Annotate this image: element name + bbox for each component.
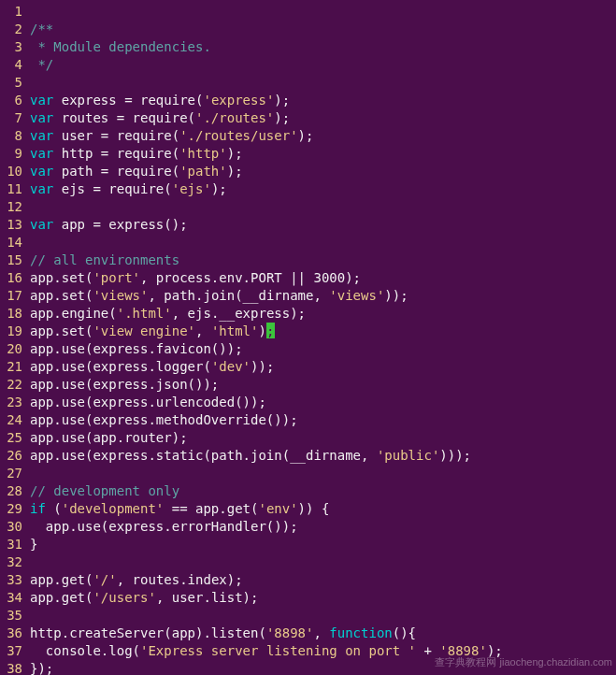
token-ident: ); xyxy=(274,93,290,108)
line-number: 21 xyxy=(0,358,22,376)
code-editor: 1234567891011121314151617181920212223242… xyxy=(0,0,616,675)
token-str: 'view engine' xyxy=(93,323,195,338)
code-line: app.use(express.urlencoded()); xyxy=(30,394,616,411)
token-ident: )) { xyxy=(298,501,330,516)
code-line: var ejs = require('ejs'); xyxy=(30,180,616,198)
line-number: 2 xyxy=(0,21,22,38)
code-line: app.set('view engine', 'html'); xyxy=(30,323,616,340)
line-number: 8 xyxy=(0,127,22,145)
token-str: 'html' xyxy=(211,323,259,338)
token-str: '/' xyxy=(93,572,116,587)
line-number: 36 xyxy=(0,625,22,642)
token-ident: (){ xyxy=(393,625,416,640)
token-comment: */ xyxy=(30,57,53,72)
code-line xyxy=(30,553,616,571)
code-line: app.set('port', process.env.PORT || 3000… xyxy=(30,269,616,287)
line-number: 29 xyxy=(0,500,22,518)
token-kw: var xyxy=(30,217,53,232)
token-cursor: ; xyxy=(266,323,275,338)
token-comment: // all environments xyxy=(30,252,179,267)
token-ident: ); xyxy=(345,270,361,285)
line-number: 26 xyxy=(0,447,22,465)
token-ident: ) xyxy=(258,323,265,338)
token-ident: app.get( xyxy=(30,572,93,587)
code-line: app.use(express.logger('dev')); xyxy=(30,358,616,376)
code-line: app.use(express.methodOverride()); xyxy=(30,411,616,429)
line-number: 37 xyxy=(0,642,22,660)
code-line: app.engine('.html', ejs.__express); xyxy=(30,305,616,323)
line-number: 18 xyxy=(0,305,22,323)
line-number: 1 xyxy=(0,3,22,21)
token-str: 'dev' xyxy=(211,359,251,374)
code-line: console.log('Express server listening on… xyxy=(30,642,616,660)
token-ident: , routes.index); xyxy=(117,572,243,587)
token-kw: if xyxy=(30,501,46,516)
line-number: 14 xyxy=(0,234,22,251)
code-line xyxy=(30,74,616,92)
token-str: 'development' xyxy=(62,501,165,516)
line-number: 5 xyxy=(0,74,22,92)
token-str: 'env' xyxy=(258,501,297,516)
token-ident: http.createServer(app).listen( xyxy=(30,625,266,640)
code-line xyxy=(30,234,616,251)
line-number: 34 xyxy=(0,589,22,607)
line-number: 7 xyxy=(0,109,22,127)
line-number: 3 xyxy=(0,38,22,56)
token-ident: app.set( xyxy=(30,288,93,303)
token-str: '.html' xyxy=(117,306,172,321)
token-ident: app.engine( xyxy=(30,306,117,321)
token-ident: , process.env.PORT || xyxy=(140,270,313,285)
token-kw: function xyxy=(329,625,392,640)
code-line: */ xyxy=(30,56,616,74)
code-line: // development only xyxy=(30,482,616,500)
line-number-gutter: 1234567891011121314151617181920212223242… xyxy=(0,3,30,675)
token-ident: ); xyxy=(211,181,227,196)
code-line: http.createServer(app).listen('8898', fu… xyxy=(30,625,616,642)
token-ident: } xyxy=(30,537,37,552)
line-number: 24 xyxy=(0,411,22,429)
code-line: app.set('views', path.join(__dirname, 'v… xyxy=(30,287,616,305)
token-ident: app.use(express.urlencoded()); xyxy=(30,395,266,409)
token-ident: console.log( xyxy=(30,643,140,658)
line-number: 17 xyxy=(0,287,22,305)
line-number: 35 xyxy=(0,607,22,625)
code-line: } xyxy=(30,536,616,553)
token-ident: routes = require( xyxy=(53,110,195,125)
code-line xyxy=(30,198,616,216)
token-ident: + xyxy=(416,643,439,658)
token-ident: http = require( xyxy=(53,146,179,161)
code-line: if ('development' == app.get('env')) { xyxy=(30,500,616,518)
code-line: app.use(express.favicon()); xyxy=(30,340,616,358)
line-number: 15 xyxy=(0,251,22,269)
code-line: app.get('/users', user.list); xyxy=(30,589,616,607)
code-line: var http = require('http'); xyxy=(30,145,616,163)
line-number: 22 xyxy=(0,376,22,394)
token-ident: user = require( xyxy=(53,128,179,143)
code-line xyxy=(30,465,616,482)
token-str: 'Express server listening on port ' xyxy=(140,643,416,658)
token-comment: // development only xyxy=(30,483,179,498)
token-kw: var xyxy=(30,110,53,125)
token-str: 'views' xyxy=(93,288,148,303)
token-ident: express = require( xyxy=(53,93,203,108)
line-number: 9 xyxy=(0,145,22,163)
line-number: 11 xyxy=(0,180,22,198)
code-line: var routes = require('./routes'); xyxy=(30,109,616,127)
code-line xyxy=(30,607,616,625)
token-str: 'express' xyxy=(203,93,274,108)
code-line xyxy=(30,3,616,21)
token-ident: path = require( xyxy=(53,164,179,179)
code-line: var express = require('express'); xyxy=(30,92,616,109)
token-str: 'http' xyxy=(179,146,227,161)
token-kw: var xyxy=(30,181,53,196)
code-line: app.get('/', routes.index); xyxy=(30,571,616,589)
token-comment: /** xyxy=(30,22,53,36)
token-ident: )); xyxy=(251,359,274,374)
line-number: 25 xyxy=(0,429,22,447)
token-ident: , user.list); xyxy=(156,590,259,605)
token-str: './routes/user' xyxy=(179,128,297,143)
line-number: 19 xyxy=(0,323,22,340)
token-ident: app = express(); xyxy=(53,217,187,232)
token-ident: app.get( xyxy=(30,590,93,605)
token-ident: )); xyxy=(384,288,408,303)
